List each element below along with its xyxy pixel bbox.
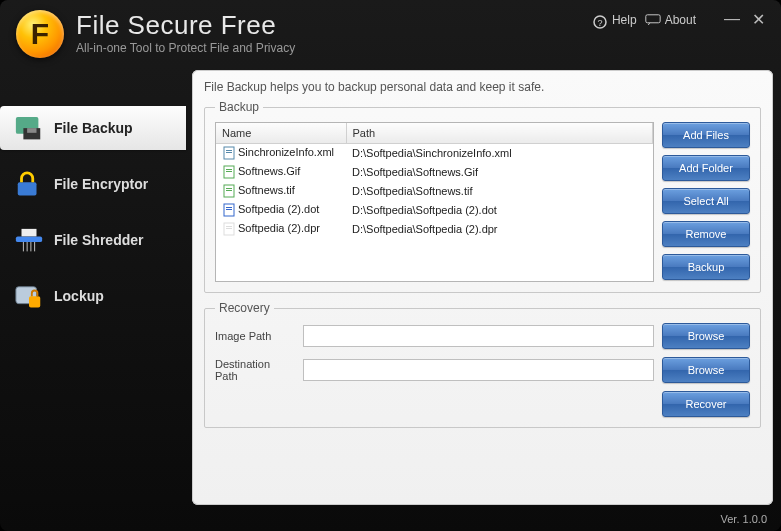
browse-image-button[interactable]: Browse — [662, 323, 750, 349]
backup-button-column: Add Files Add Folder Select All Remove B… — [662, 122, 750, 280]
svg-text:?: ? — [597, 18, 602, 28]
browse-destination-button[interactable]: Browse — [662, 357, 750, 383]
svg-rect-29 — [226, 228, 232, 229]
about-link[interactable]: About — [645, 13, 696, 27]
file-encryptor-icon — [14, 171, 44, 197]
main-panel: File Backup helps you to backup personal… — [192, 70, 773, 505]
backup-fieldset: Backup Name Path SinchronizeInfo.xmlD:\S… — [204, 100, 761, 293]
file-table[interactable]: Name Path SinchronizeInfo.xmlD:\Softpedi… — [215, 122, 654, 282]
sidebar-item-file-encryptor[interactable]: File Encryptor — [0, 162, 186, 206]
recovery-fieldset: Recovery Image Path Browse Destination P… — [204, 301, 761, 428]
close-button[interactable]: ✕ — [752, 10, 765, 29]
svg-rect-26 — [226, 209, 232, 210]
recovery-legend: Recovery — [215, 301, 274, 315]
svg-rect-7 — [16, 236, 42, 242]
table-row[interactable]: Softpedia (2).dprD:\Softpedia\Softpedia … — [216, 220, 653, 239]
add-files-button[interactable]: Add Files — [662, 122, 750, 148]
window-controls: — ✕ — [724, 10, 765, 29]
svg-rect-19 — [226, 169, 232, 170]
help-link[interactable]: ? Help — [592, 13, 637, 27]
remove-button[interactable]: Remove — [662, 221, 750, 247]
svg-rect-5 — [27, 128, 36, 133]
header: F File Secure Free All-in-one Tool to Pr… — [0, 0, 781, 66]
about-label: About — [665, 13, 696, 27]
header-right: ? Help About — ✕ — [592, 10, 765, 29]
panel-description: File Backup helps you to backup personal… — [204, 80, 761, 94]
sidebar-item-label: File Encryptor — [54, 176, 148, 192]
col-path[interactable]: Path — [346, 123, 653, 144]
app-title: File Secure Free — [76, 10, 592, 41]
svg-rect-16 — [226, 150, 232, 151]
table-row[interactable]: Softpedia (2).dotD:\Softpedia\Softpedia … — [216, 201, 653, 220]
add-folder-button[interactable]: Add Folder — [662, 155, 750, 181]
table-row[interactable]: Softnews.tifD:\Softpedia\Softnews.tif — [216, 182, 653, 201]
image-path-label: Image Path — [215, 330, 295, 342]
footer-version: Ver. 1.0.0 — [0, 509, 781, 531]
title-block: File Secure Free All-in-one Tool to Prot… — [76, 10, 592, 55]
sidebar-item-file-backup[interactable]: File Backup — [0, 106, 186, 150]
body: File Backup File Encryptor File Shredder… — [0, 66, 781, 509]
lockup-icon — [14, 283, 44, 309]
destination-path-input[interactable] — [303, 359, 654, 381]
sidebar-item-label: File Shredder — [54, 232, 143, 248]
destination-path-label: Destination Path — [215, 358, 295, 382]
sidebar: File Backup File Encryptor File Shredder… — [0, 66, 186, 509]
help-label: Help — [612, 13, 637, 27]
svg-rect-2 — [645, 14, 659, 22]
file-icon — [222, 184, 236, 198]
sidebar-item-label: Lockup — [54, 288, 104, 304]
svg-rect-8 — [22, 229, 37, 237]
svg-rect-14 — [29, 296, 40, 307]
file-icon — [222, 165, 236, 179]
file-shredder-icon — [14, 227, 44, 253]
svg-rect-25 — [226, 207, 232, 208]
select-all-button[interactable]: Select All — [662, 188, 750, 214]
image-path-input[interactable] — [303, 325, 654, 347]
table-row[interactable]: SinchronizeInfo.xmlD:\Softpedia\Sinchron… — [216, 144, 653, 163]
backup-legend: Backup — [215, 100, 263, 114]
file-icon — [222, 203, 236, 217]
recover-button[interactable]: Recover — [662, 391, 750, 417]
app-subtitle: All-in-one Tool to Protect File and Priv… — [76, 41, 592, 55]
sidebar-item-lockup[interactable]: Lockup — [0, 274, 186, 318]
help-icon: ? — [592, 14, 608, 26]
file-icon — [222, 222, 236, 236]
svg-rect-6 — [18, 182, 37, 195]
app-logo-icon: F — [16, 10, 64, 58]
svg-rect-20 — [226, 171, 232, 172]
svg-rect-23 — [226, 190, 232, 191]
sidebar-item-label: File Backup — [54, 120, 133, 136]
col-name[interactable]: Name — [216, 123, 346, 144]
about-icon — [645, 14, 661, 26]
svg-rect-28 — [226, 226, 232, 227]
minimize-button[interactable]: — — [724, 10, 740, 29]
svg-rect-17 — [226, 152, 232, 153]
svg-rect-22 — [226, 188, 232, 189]
file-icon — [222, 146, 236, 160]
backup-button[interactable]: Backup — [662, 254, 750, 280]
sidebar-item-file-shredder[interactable]: File Shredder — [0, 218, 186, 262]
app-window: F File Secure Free All-in-one Tool to Pr… — [0, 0, 781, 531]
file-backup-icon — [14, 115, 44, 141]
table-row[interactable]: Softnews.GifD:\Softpedia\Softnews.Gif — [216, 163, 653, 182]
